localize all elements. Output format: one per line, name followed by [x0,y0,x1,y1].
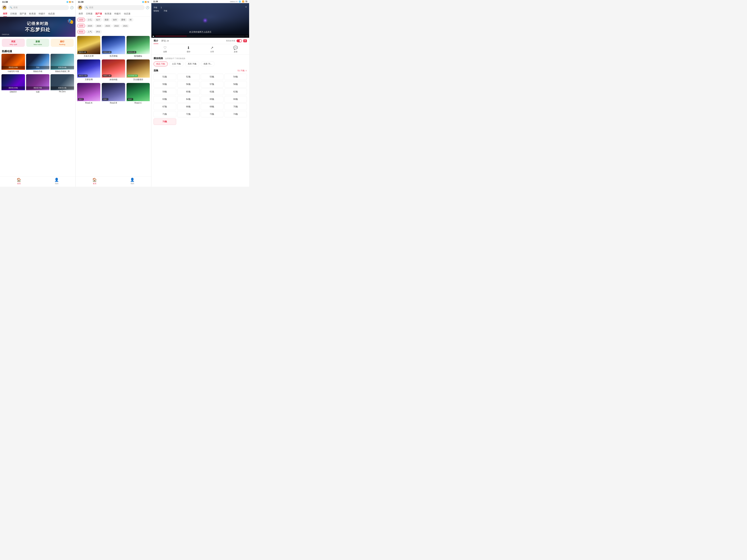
filter-tag-comedy[interactable]: 喜剧 [103,18,110,22]
filter-tag-all-year[interactable]: 全部 [77,24,85,28]
play-icon[interactable]: ▶ [153,35,154,37]
danmu-toggle[interactable] [236,39,242,42]
filter-tag-2025[interactable]: 2025 [86,24,94,28]
episode-btn-13[interactable]: 64集 [177,96,200,103]
playback-btn-3[interactable]: 优质 75... [201,61,215,66]
danmu-label[interactable]: 戳我发弹幕 [226,40,235,42]
filter-tag-2021[interactable]: 2021 [121,24,129,28]
playback-btn-1[interactable]: 土豆 75集 [169,61,183,66]
episode-btn-20[interactable]: 71集 [154,111,176,117]
search-input-wrap-1[interactable]: 🔍 搜索 [8,5,69,10]
video-player[interactable]: 不错 1 哈哈哈 不错 此玉简价值两万上品灵石 ▶ ⛶ [151,3,249,38]
episode-btn-3[interactable]: 54集 [225,74,247,80]
filter-tag-popular[interactable]: 人气 [86,30,94,34]
nav-tab-special-1[interactable]: 特摄片 [37,11,47,17]
avatar-1[interactable]: 🧑 [2,5,7,10]
bottom-nav-home-2[interactable]: 🏠 首页 [76,178,113,185]
nav-tab-recommend-2[interactable]: 推荐 [77,11,84,17]
anime-item-4[interactable]: 更新至19集 永恒剑祖 [102,59,125,81]
filter-tag-sci[interactable]: 科 [128,18,133,22]
search-input-wrap-2[interactable]: 🔍 搜索 [84,5,145,10]
anime-item-2[interactable]: 更新至91集 陆地键仙 [127,36,150,58]
action-follow[interactable]: ♡ 追番 [153,46,177,53]
nav-tab-korean-2[interactable]: 日韩漫 [84,11,94,17]
filter-tag-all-cat[interactable]: 全部 [77,18,85,22]
quick-nav-ranking[interactable]: 排行 Ranking [51,38,74,47]
episode-btn-12[interactable]: 63集 [154,96,176,103]
nav-tab-western-1[interactable]: 欧美漫 [28,11,37,17]
tab-comments[interactable]: 评论 24 [161,38,169,44]
hot-item-4[interactable]: 更新至75集 仙逝 [26,74,50,94]
episode-btn-21[interactable]: 72集 [177,111,200,117]
action-share[interactable]: ↗ 分享 [200,46,224,53]
nav-tab-recommend-1[interactable]: 推荐 [1,11,9,17]
filter-tag-romance[interactable]: 爱情 [120,18,127,22]
bottom-nav-profile-1[interactable]: 👤 我的 [38,178,76,185]
history-icon-1[interactable]: 🕐 [70,6,74,9]
playback-btn-0[interactable]: 精品 75集 [154,61,168,66]
episode-btn-5[interactable]: 56集 [177,81,200,87]
episode-btn-2[interactable]: 53集 [201,74,224,80]
episode-btn-0[interactable]: 51集 [154,74,176,80]
quick-nav-weekly[interactable]: 周更 Wkly Updt [2,38,25,47]
avatar-2[interactable]: 🧑 [78,5,83,10]
episode-btn-9[interactable]: 60集 [177,88,200,95]
episode-btn-17[interactable]: 68集 [177,104,200,110]
anime-thumb-6: 更新中 [77,83,100,101]
hot-item-2[interactable]: 更新至06集 我独自升级第二季 [51,54,74,73]
hot-item-1[interactable]: 完结 我独自升级 [26,54,50,73]
filter-tag-2024[interactable]: 2024 [95,24,103,28]
episode-btn-11[interactable]: 62集 [225,88,247,95]
filter-tag-score[interactable]: 评分 [94,30,102,34]
episode-btn-18[interactable]: 69集 [201,104,224,110]
hot-item-5[interactable]: 更新至10集 Re:Zero [51,74,74,94]
filter-tag-2023[interactable]: 2023 [104,24,112,28]
episode-btn-8[interactable]: 59集 [154,88,176,95]
home-icon-2: 🏠 [92,178,97,182]
filter-tag-short[interactable]: 短片 [94,18,102,22]
bottom-nav-profile-2[interactable]: 👤 我的 [113,178,151,185]
episode-btn-1[interactable]: 52集 [177,74,200,80]
episode-btn-23[interactable]: 74集 [225,111,247,117]
filter-tag-children[interactable]: 少儿 [86,18,94,22]
anime-item-7[interactable]: 更新中 Row2-B [102,83,125,104]
episode-range[interactable]: 51-75集 ∨ [238,69,247,72]
episode-btn-6[interactable]: 57集 [201,81,224,87]
hot-item-3[interactable]: 更新至158集 召唤星空 [1,74,25,94]
anime-item-3[interactable]: 更新至191集 万界至尊 [77,59,100,81]
nav-tab-korean-1[interactable]: 日韩漫 [9,11,18,17]
episode-btn-16[interactable]: 67集 [154,104,176,110]
episode-btn-22[interactable]: 73集 [201,111,224,117]
nav-tab-chinese-2[interactable]: 国产漫 [94,11,103,17]
nav-tab-animated-2[interactable]: 动态漫 [122,11,132,17]
tab-intro[interactable]: 简介 [154,38,158,44]
episode-btn-24[interactable]: 75集 [154,118,176,125]
anime-item-1[interactable]: 更新至55集 无尽神域 [102,36,125,58]
episode-btn-10[interactable]: 61集 [201,88,224,95]
fullscreen-icon[interactable]: ⛶ [246,35,248,37]
episode-btn-4[interactable]: 55集 [154,81,176,87]
filter-tag-2022[interactable]: 2022 [112,24,120,28]
episode-btn-14[interactable]: 65集 [201,96,224,103]
filter-tag-action[interactable]: 动作 [111,18,119,22]
progress-bar[interactable] [155,36,245,36]
anime-item-0[interactable]: 更新至14集 天命大主宰 [77,36,100,58]
nav-tab-special-2[interactable]: 特摄片 [113,11,122,17]
episode-btn-7[interactable]: 58集 [225,81,247,87]
hot-item-0[interactable]: 更新至133集 斗破苍穹 年番 [1,54,25,73]
filter-tag-time[interactable]: 时间 [77,30,85,34]
action-cache[interactable]: ⬇ 缓存 [177,46,200,53]
anime-item-8[interactable]: 更新中 Row2-C [127,83,150,104]
history-icon-2[interactable]: 🕐 [146,6,149,9]
nav-tab-chinese-1[interactable]: 国产漫 [18,11,28,17]
bottom-nav-home-1[interactable]: 🏠 首页 [0,178,38,185]
anime-item-6[interactable]: 更新中 Row2-A [77,83,100,104]
anime-item-5[interactable]: 今日开播 完结 万古最强宗 [127,59,150,81]
nav-tab-animated-1[interactable]: 动态漫 [47,11,56,17]
action-feedback[interactable]: 💬 反馈 [224,46,247,53]
quick-nav-new[interactable]: 新番 New Anime [26,38,49,47]
playback-btn-2[interactable]: 风车 75集 [185,61,199,66]
nav-tab-western-2[interactable]: 欧美漫 [103,11,113,17]
episode-btn-15[interactable]: 66集 [225,96,247,103]
episode-btn-19[interactable]: 70集 [225,104,247,110]
